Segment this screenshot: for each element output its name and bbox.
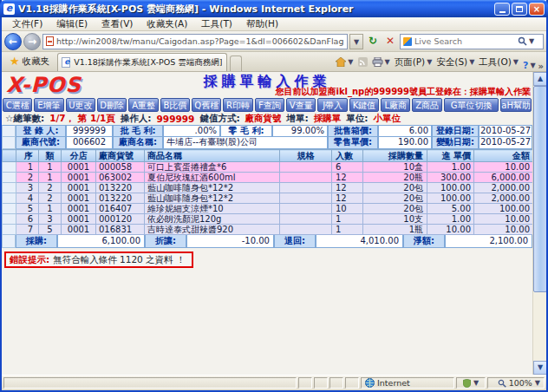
- toolbar-button[interactable]: B比價: [160, 98, 190, 112]
- toolbar-button[interactable]: D刪除: [97, 98, 127, 112]
- toolbar-button[interactable]: aH幫助: [500, 98, 532, 112]
- cell-store: 0001: [62, 173, 96, 183]
- form-field[interactable]: .00%: [163, 125, 220, 137]
- form-row: 登 錄 人:999999批 毛 利:.00%零 毛 利:99.00%批售箱價:6…: [2, 125, 532, 137]
- zoom-magnifier-icon: [498, 379, 506, 388]
- feed-button[interactable]: [358, 57, 368, 67]
- cell-price: 1.00: [427, 162, 474, 173]
- menu-item[interactable]: 收藏夹(A): [140, 17, 194, 31]
- toolbar-button[interactable]: U更改: [66, 98, 95, 112]
- title-bar: e V1.18採購作業系統[X-POS 雲端商務網] - Windows Int…: [0, 0, 548, 17]
- command-button[interactable]: 工具(O)▼: [479, 56, 519, 69]
- close-button[interactable]: ×: [529, 3, 545, 16]
- search-dropdown[interactable]: ▼: [529, 37, 534, 45]
- toolbar-button[interactable]: J帶入: [317, 98, 347, 112]
- form-field[interactable]: 2010-05-27: [479, 137, 532, 149]
- toolbar-button[interactable]: K鍵值: [349, 98, 379, 112]
- vertical-scrollbar[interactable]: ▲ ▼: [532, 72, 546, 375]
- status-zone-label: Internet: [377, 378, 410, 388]
- cell-name: 藍山咖啡隨身包*12*2: [145, 193, 280, 204]
- command-bar: ▼ ▼ 页面(P)▼安全(S)▼工具(O)▼: [336, 53, 520, 71]
- menu-item[interactable]: 编辑(E): [49, 17, 95, 31]
- toolbar-button[interactable]: Q舊檔: [192, 98, 221, 112]
- address-dropdown[interactable]: ▼: [349, 34, 363, 49]
- row-gutter[interactable]: [3, 225, 16, 235]
- command-button[interactable]: 安全(S)▼: [436, 56, 474, 69]
- back-button[interactable]: ←: [4, 33, 22, 50]
- row-gutter[interactable]: [3, 162, 16, 173]
- table-row[interactable]: 210001063002夏伯尼玫瑰紅酒600ml1220瓶300.006,000…: [3, 173, 533, 183]
- row-gutter[interactable]: [3, 214, 16, 225]
- table-header-cell: 廠商貨號: [96, 150, 145, 162]
- minimize-button[interactable]: [494, 3, 510, 16]
- toolbar-button[interactable]: E增筆: [34, 98, 63, 112]
- page-tab[interactable]: V1.18採購作業系統[X-POS 雲端商務網]: [57, 53, 227, 71]
- scroll-up-button[interactable]: ▲: [533, 72, 546, 86]
- cell-name: 藍山咖啡隨身包*12*2: [145, 183, 280, 193]
- search-input[interactable]: [414, 36, 515, 46]
- refresh-button[interactable]: ↻: [365, 34, 381, 49]
- overflow-chevron[interactable]: »: [538, 62, 544, 71]
- toolbar-button[interactable]: V查量: [286, 98, 316, 112]
- form-field[interactable]: 6.00: [378, 125, 432, 137]
- status-protected-mode[interactable]: ▼: [456, 377, 486, 389]
- cell-price: 100.00: [427, 193, 474, 204]
- scroll-thumb[interactable]: [533, 86, 546, 292]
- stop-button[interactable]: ✕: [382, 34, 398, 49]
- form-field[interactable]: 006602: [66, 137, 113, 149]
- cell-cls: 2: [39, 183, 62, 193]
- forward-button[interactable]: →: [23, 33, 41, 50]
- table-row[interactable]: 510001016407維珍妮細支涼煙*101020包5.00100.00: [3, 204, 533, 214]
- form-label: 零售單價:: [328, 137, 378, 149]
- table-header-cell: 商品名稱: [145, 150, 280, 162]
- form-field[interactable]: 190.00: [378, 137, 432, 149]
- table-row[interactable]: 420001013220藍山咖啡隨身包*12*21220包100.002,000…: [3, 193, 533, 204]
- menu-item[interactable]: 工具(T): [194, 17, 239, 31]
- new-tab-stub[interactable]: [230, 56, 242, 71]
- menu-item[interactable]: 帮助(H): [239, 17, 285, 31]
- chevron-down-icon: ▼: [469, 58, 474, 66]
- toolbar-button[interactable]: Z商品: [412, 98, 441, 112]
- print-button[interactable]: ▼: [372, 57, 390, 67]
- totals-value: 6,100.00: [57, 235, 145, 248]
- status-zoom[interactable]: 100% ▼: [487, 377, 545, 389]
- search-magnifier-icon[interactable]: [518, 36, 527, 46]
- form-field[interactable]: 999999: [66, 125, 113, 137]
- table-row[interactable]: 630001000120依必朗洗顏泥120g110支1.0010.00: [3, 214, 533, 225]
- address-bar[interactable]: [42, 34, 348, 49]
- search-box[interactable]: ▼: [400, 34, 544, 49]
- table-row[interactable]: 750001016831吉時達泰式甜辣醬92011瓶10.0010.00: [3, 225, 533, 235]
- toolbar-button[interactable]: A重整: [128, 98, 158, 112]
- totals-label: 退回:: [274, 235, 316, 248]
- row-gutter[interactable]: [3, 183, 16, 193]
- row-gutter[interactable]: [3, 193, 16, 204]
- toolbar-button[interactable]: C選檔: [3, 98, 32, 112]
- menu-item[interactable]: 查看(V): [95, 17, 140, 31]
- row-gutter: [2, 137, 16, 149]
- cell-pack: 12: [332, 183, 363, 193]
- toolbar-button[interactable]: F查詢: [255, 98, 284, 112]
- form-field[interactable]: 牛埔店--有臺聯(股)公司: [163, 137, 328, 149]
- row-gutter[interactable]: [3, 204, 16, 214]
- scroll-down-button[interactable]: ▼: [533, 361, 546, 375]
- form-field[interactable]: 2010-05-27: [479, 125, 532, 137]
- table-row[interactable]: 110001000058可口上賓蛋捲禮盒*6610盒1.0010.00: [3, 162, 533, 173]
- cell-store: 0001: [62, 193, 96, 204]
- page-header: X-POS 採購單輸入作業 您目前以加盟商ikl_np的999999號員工登錄在…: [2, 72, 532, 98]
- form-field[interactable]: 99.00%: [272, 125, 328, 137]
- toolbar-button[interactable]: R印轉: [223, 98, 252, 112]
- cell-pack: 12: [332, 193, 363, 204]
- maximize-button[interactable]: [512, 3, 527, 16]
- address-input[interactable]: [56, 36, 344, 46]
- table-row[interactable]: 320001013220藍山咖啡隨身包*12*21220包100.002,000…: [3, 183, 533, 193]
- command-button[interactable]: 页面(P)▼: [395, 56, 433, 69]
- toolbar-button[interactable]: L廠商: [381, 98, 410, 112]
- menu-item[interactable]: 文件(F): [5, 17, 49, 31]
- cell-cls: 3: [39, 214, 62, 225]
- cell-pack: 1: [332, 225, 363, 235]
- row-gutter[interactable]: [3, 173, 16, 183]
- help-button[interactable]: ?▼: [523, 60, 536, 71]
- toolbar-button[interactable]: G單位切換: [444, 98, 499, 112]
- favorites-button[interactable]: ★ 收藏夹: [4, 52, 55, 71]
- home-button[interactable]: ▼: [336, 57, 353, 67]
